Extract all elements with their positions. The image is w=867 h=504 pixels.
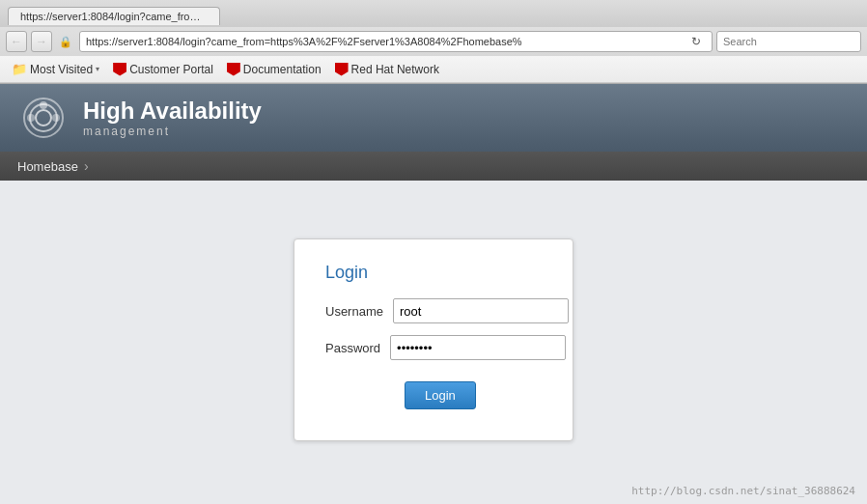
nav-bar: ← → 🔒 https://server1:8084/login?came_fr… [0,27,867,56]
bookmark-folder-icon: 📁 [12,62,27,76]
password-label: Password [325,341,380,355]
password-row: Password [325,335,542,360]
watermark: http://blog.csdn.net/sinat_36888624 [631,485,855,497]
login-button-row: Login [325,372,542,409]
browser-tab[interactable]: https://server1:8084/login?came_from=htt… [8,7,220,25]
red-hat-network-label: Red Hat Network [351,63,439,76]
documentation-bookmark[interactable]: Documentation [221,61,327,78]
app-header: High Availability management [0,84,867,152]
customer-portal-label: Customer Portal [129,63,213,76]
back-button[interactable]: ← [6,31,27,52]
redhat-icon [113,63,126,76]
breadcrumb-nav: Homebase › [0,152,867,181]
svg-point-5 [52,114,60,122]
redhat-icon-2 [227,63,240,76]
login-card: Login Username Password Login [294,238,573,441]
dropdown-arrow-icon: ▾ [96,65,99,73]
app-logo [19,94,68,142]
app-title-block: High Availability management [83,98,262,138]
reload-button[interactable]: ↻ [686,31,706,52]
username-row: Username [325,298,542,323]
svg-point-4 [27,114,35,122]
url-text: https://server1:8084/login?came_from=htt… [86,36,686,47]
password-input[interactable] [390,335,566,360]
username-label: Username [325,304,383,319]
svg-point-3 [40,101,47,109]
logo-svg [21,96,66,140]
breadcrumb-homebase[interactable]: Homebase [12,159,84,174]
username-input[interactable] [393,298,569,323]
tab-bar: https://server1:8084/login?came_from=htt… [0,0,867,27]
app-title: High Availability [83,98,262,125]
tab-label: https://server1:8084/login?came_from=htt… [20,11,220,22]
red-hat-network-bookmark[interactable]: Red Hat Network [329,61,445,78]
most-visited-label: Most Visited [30,63,93,76]
main-content: Login Username Password Login http://blo… [0,181,867,504]
redhat-icon-3 [335,63,349,76]
bookmarks-bar: 📁 Most Visited ▾ Customer Portal Documen… [0,56,867,83]
browser-chrome: https://server1:8084/login?came_from=htt… [0,0,867,84]
documentation-label: Documentation [243,63,322,76]
customer-portal-bookmark[interactable]: Customer Portal [107,61,219,78]
forward-button[interactable]: → [31,31,52,52]
lock-icon: 🔒 [59,36,72,48]
app-subtitle: management [83,125,262,138]
login-button[interactable]: Login [405,381,476,409]
search-input[interactable] [716,31,861,52]
svg-point-2 [36,110,51,126]
app-content: High Availability management Homebase › … [0,84,867,504]
most-visited-bookmark[interactable]: 📁 Most Visited ▾ [6,60,105,78]
login-title: Login [325,263,542,283]
breadcrumb-separator: › [84,158,89,174]
url-bar[interactable]: https://server1:8084/login?came_from=htt… [79,31,713,52]
